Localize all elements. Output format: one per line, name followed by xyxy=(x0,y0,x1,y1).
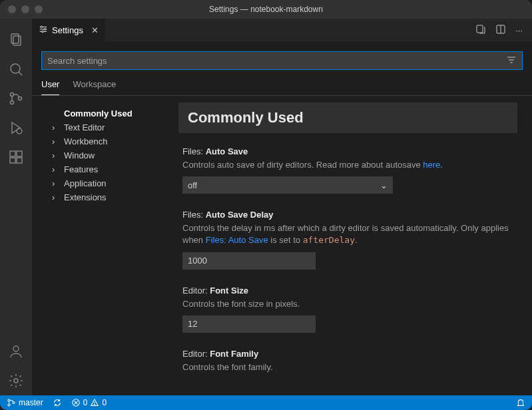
accounts-icon[interactable] xyxy=(0,337,32,366)
tab-settings[interactable]: Settings ✕ xyxy=(32,19,105,42)
setting-category: Editor: xyxy=(182,349,208,359)
svg-point-2 xyxy=(11,64,20,73)
setting-description: Controls auto save of dirty editors. Rea… xyxy=(182,159,513,171)
autosave-help-link[interactable]: here xyxy=(423,160,440,170)
setting-category: Files: xyxy=(182,210,203,220)
maximize-window-icon[interactable] xyxy=(35,5,43,13)
toc-item-text-editor[interactable]: › Text Editor xyxy=(52,120,172,134)
error-count: 0 xyxy=(83,398,88,407)
close-tab-icon[interactable]: ✕ xyxy=(87,25,99,35)
window-title: Settings — notebook-markdown xyxy=(0,5,532,14)
svg-rect-20 xyxy=(477,25,483,33)
toc-label: Extensions xyxy=(64,192,107,202)
settings-gear-icon[interactable] xyxy=(0,366,32,395)
font-size-input[interactable] xyxy=(182,315,316,333)
settings-tab-icon xyxy=(39,25,48,36)
chevron-right-icon: › xyxy=(52,164,61,174)
toc-item-window[interactable]: › Window xyxy=(52,148,172,162)
svg-rect-1 xyxy=(13,36,21,45)
toc-label: Workbench xyxy=(64,136,108,146)
setting-files-auto-save-delay: Files: Auto Save Delay Controls the dela… xyxy=(178,207,517,282)
toc-label: Text Editor xyxy=(64,122,105,132)
setting-editor-font-family: Editor: Font Family Controls the font fa… xyxy=(178,346,517,392)
svg-rect-0 xyxy=(11,34,19,43)
chevron-right-icon: › xyxy=(52,136,61,146)
svg-rect-8 xyxy=(10,151,15,156)
svg-point-27 xyxy=(8,404,10,406)
setting-name: Font Family xyxy=(210,349,258,359)
titlebar: Settings — notebook-markdown xyxy=(0,0,532,19)
toc-label: Window xyxy=(64,150,95,160)
chevron-right-icon: › xyxy=(52,150,61,160)
run-debug-icon[interactable] xyxy=(0,113,32,142)
setting-name: Auto Save xyxy=(206,146,248,156)
setting-files-auto-save: Files: Auto Save Controls auto save of d… xyxy=(178,144,517,207)
toc-item-application[interactable]: › Application xyxy=(52,176,172,190)
branch-indicator[interactable]: master xyxy=(7,398,43,407)
minimize-window-icon[interactable] xyxy=(21,5,29,13)
setting-category: Editor: xyxy=(182,286,208,296)
open-settings-json-icon[interactable] xyxy=(475,24,486,37)
chevron-right-icon: › xyxy=(52,122,61,132)
settings-list[interactable]: Commonly Used Files: Auto Save Controls … xyxy=(172,96,532,395)
svg-line-3 xyxy=(19,72,22,75)
auto-save-select[interactable]: off ⌄ xyxy=(182,176,393,194)
problems-indicator[interactable]: 0 0 xyxy=(71,398,107,407)
setting-editor-font-size: Editor: Font Size Controls the font size… xyxy=(178,283,517,346)
more-actions-icon[interactable]: ··· xyxy=(515,25,523,35)
auto-save-delay-input[interactable] xyxy=(182,252,316,270)
tab-label: Settings xyxy=(52,25,83,35)
close-window-icon[interactable] xyxy=(8,5,16,13)
search-settings-input[interactable] xyxy=(47,56,506,66)
svg-point-13 xyxy=(14,379,18,383)
sync-icon[interactable] xyxy=(53,398,62,407)
window-controls xyxy=(0,5,43,13)
auto-save-link[interactable]: Files: Auto Save xyxy=(206,235,268,245)
setting-description: Controls the delay in ms after which a d… xyxy=(182,222,513,246)
status-bar: master 0 0 xyxy=(0,395,532,410)
toc-item-extensions[interactable]: › Extensions xyxy=(52,190,172,204)
chevron-right-icon: › xyxy=(52,178,61,188)
explorer-icon[interactable] xyxy=(0,25,32,55)
notifications-icon[interactable] xyxy=(516,398,525,407)
chevron-down-icon: ⌄ xyxy=(380,180,388,190)
branch-name: master xyxy=(19,398,43,407)
svg-point-5 xyxy=(11,101,14,104)
svg-point-17 xyxy=(41,26,43,28)
svg-point-26 xyxy=(8,399,10,401)
toc-label: Commonly Used xyxy=(64,108,133,118)
toc-item-features[interactable]: › Features xyxy=(52,162,172,176)
svg-point-7 xyxy=(17,128,22,134)
svg-rect-11 xyxy=(17,151,22,156)
svg-point-6 xyxy=(19,97,22,101)
scope-tab-user[interactable]: User xyxy=(41,79,59,95)
setting-description: Controls the font family. xyxy=(182,361,513,373)
setting-category: Files: xyxy=(182,146,203,156)
select-value: off xyxy=(188,180,197,190)
split-editor-icon[interactable] xyxy=(495,24,506,37)
svg-rect-9 xyxy=(10,158,15,163)
tab-bar: Settings ✕ ··· xyxy=(32,19,532,42)
scope-tabs: User Workspace xyxy=(32,75,532,96)
source-control-icon[interactable] xyxy=(0,84,32,113)
toc-item-workbench[interactable]: › Workbench xyxy=(52,134,172,148)
svg-point-18 xyxy=(44,29,46,31)
section-heading: Commonly Used xyxy=(178,102,517,133)
setting-description: Controls the font size in pixels. xyxy=(182,298,513,310)
activity-bar xyxy=(0,19,32,395)
svg-point-19 xyxy=(42,31,44,33)
scope-tab-workspace[interactable]: Workspace xyxy=(73,79,116,95)
svg-point-12 xyxy=(13,346,19,351)
toc-item-commonly-used[interactable]: Commonly Used xyxy=(52,106,172,120)
search-icon[interactable] xyxy=(0,55,32,84)
settings-toc: Commonly Used › Text Editor › Workbench … xyxy=(32,96,172,395)
extensions-icon[interactable] xyxy=(0,142,32,172)
setting-name: Auto Save Delay xyxy=(206,210,274,220)
search-settings-box[interactable] xyxy=(41,51,523,70)
svg-point-33 xyxy=(95,404,95,405)
warning-count: 0 xyxy=(102,398,107,407)
chevron-right-icon: › xyxy=(52,192,61,202)
toc-label: Features xyxy=(64,164,98,174)
filter-icon[interactable] xyxy=(506,55,517,67)
toc-label: Application xyxy=(64,178,107,188)
